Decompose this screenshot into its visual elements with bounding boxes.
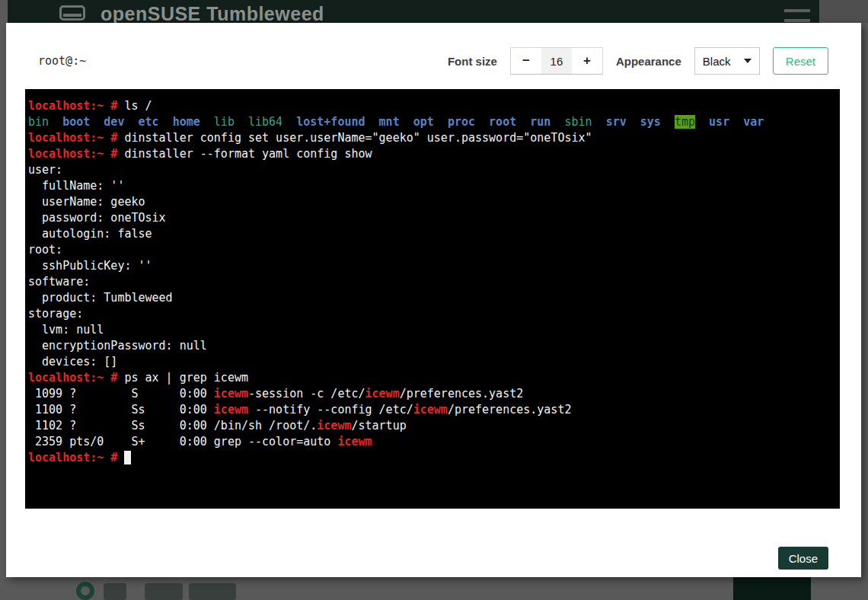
terminal-line: password: oneTOsix — [28, 210, 837, 226]
chevron-down-icon — [744, 59, 752, 63]
background-shade — [819, 0, 868, 23]
terminal-line: userName: geeko — [28, 194, 837, 210]
terminal[interactable]: localhost:~ # ls /bin boot dev etc home … — [25, 89, 840, 509]
terminal-line: software: — [28, 274, 837, 290]
font-size-value: 16 — [541, 48, 572, 74]
dialog-header: root@:~ Font size − 16 + Appearance Blac… — [38, 47, 828, 75]
terminal-line: bin boot dev etc home lib lib64 lost+fou… — [28, 114, 837, 130]
terminal-dialog: root@:~ Font size − 16 + Appearance Blac… — [6, 23, 861, 577]
terminal-line: localhost:~ # dinstaller config set user… — [28, 130, 837, 146]
background-app-header: openSUSE Tumbleweed — [8, 0, 819, 23]
background-app-title: openSUSE Tumbleweed — [101, 3, 324, 23]
terminal-line: localhost:~ # — [28, 450, 837, 466]
appearance-select[interactable]: Black — [694, 47, 760, 75]
terminal-line: 1102 ? Ss 0:00 /bin/sh /root/.icewm/star… — [28, 418, 837, 434]
background-logo-icon — [76, 582, 94, 600]
background-install-button — [733, 577, 811, 600]
terminal-line: user: — [28, 162, 837, 178]
background-page-footer — [0, 577, 868, 600]
font-size-increase-button[interactable]: + — [572, 48, 602, 74]
terminal-line: fullName: '' — [28, 178, 837, 194]
reset-button[interactable]: Reset — [773, 47, 828, 75]
terminal-line: 2359 pts/0 S+ 0:00 grep --color=auto ice… — [28, 434, 837, 450]
close-button[interactable]: Close — [778, 547, 828, 570]
terminal-line: localhost:~ # ps ax | grep icewm — [28, 370, 837, 386]
terminal-line: encryptionPassword: null — [28, 338, 837, 354]
font-size-stepper: − 16 + — [510, 47, 603, 75]
background-logo-text — [145, 583, 183, 600]
terminal-output: localhost:~ # ls /bin boot dev etc home … — [28, 98, 837, 466]
terminal-line: 1100 ? Ss 0:00 icewm --notify --config /… — [28, 402, 837, 418]
background-logo-text — [104, 583, 126, 600]
font-size-decrease-button[interactable]: − — [511, 48, 541, 74]
background-logo-text — [189, 583, 236, 600]
font-size-label: Font size — [448, 55, 497, 68]
terminal-line: storage: — [28, 306, 837, 322]
terminal-line: localhost:~ # dinstaller --format yaml c… — [28, 146, 837, 162]
terminal-line: sshPublicKey: '' — [28, 258, 837, 274]
hamburger-menu-icon — [784, 9, 810, 23]
terminal-line: lvm: null — [28, 322, 837, 338]
terminal-line: autologin: false — [28, 226, 837, 242]
terminal-line: 1099 ? S 0:00 icewm-session -c /etc/icew… — [28, 386, 837, 402]
terminal-line: root: — [28, 242, 837, 258]
terminal-line: devices: [] — [28, 354, 837, 370]
disk-icon-bar — [63, 14, 81, 17]
terminal-line: product: Tumbleweed — [28, 290, 837, 306]
appearance-label: Appearance — [616, 55, 681, 68]
terminal-controls: Font size − 16 + Appearance Black Reset — [448, 47, 828, 75]
terminal-line: localhost:~ # ls / — [28, 98, 837, 114]
terminal-title: root@:~ — [38, 54, 86, 68]
disk-icon — [59, 5, 85, 21]
appearance-selected-value: Black — [703, 55, 731, 68]
